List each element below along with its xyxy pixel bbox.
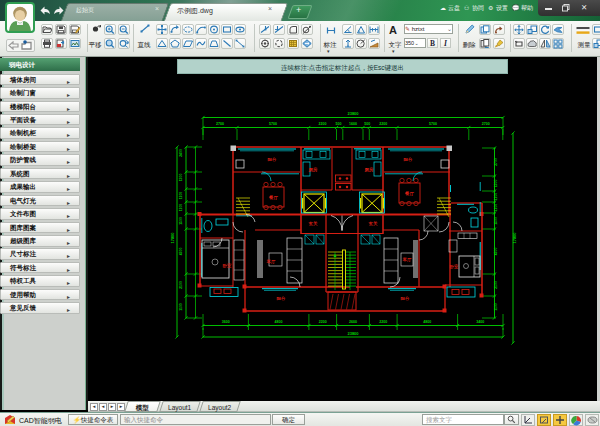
svg-text:17800: 17800 xyxy=(512,232,517,244)
svg-text:2200: 2200 xyxy=(379,320,387,324)
svg-text:5700: 5700 xyxy=(269,122,277,126)
svg-text:4500: 4500 xyxy=(494,248,498,256)
svg-text:1600: 1600 xyxy=(349,122,357,126)
svg-text:4800: 4800 xyxy=(423,320,431,324)
svg-text:500: 500 xyxy=(336,122,342,126)
svg-text:1100: 1100 xyxy=(179,204,183,211)
svg-text:17800: 17800 xyxy=(170,232,175,244)
svg-text:5700: 5700 xyxy=(429,122,437,126)
svg-text:餐厅: 餐厅 xyxy=(404,191,414,197)
svg-text:阳台: 阳台 xyxy=(401,296,410,301)
svg-text:2700: 2700 xyxy=(482,122,490,126)
svg-text:2100: 2100 xyxy=(494,281,498,289)
svg-text:2200: 2200 xyxy=(319,122,327,126)
svg-text:1500: 1500 xyxy=(179,217,183,225)
svg-text:3600: 3600 xyxy=(222,320,230,324)
svg-text:阳台: 阳台 xyxy=(404,157,413,162)
svg-text:餐厅: 餐厅 xyxy=(268,195,278,201)
svg-text:2700: 2700 xyxy=(216,122,224,126)
svg-text:2200: 2200 xyxy=(379,122,387,126)
svg-text:1500: 1500 xyxy=(494,180,498,188)
svg-text:2400: 2400 xyxy=(179,149,183,157)
svg-text:2100: 2100 xyxy=(179,281,183,289)
svg-text:1100: 1100 xyxy=(179,192,183,199)
svg-text:玄关: 玄关 xyxy=(308,221,318,226)
svg-text:23800: 23800 xyxy=(347,331,359,336)
svg-text:23800: 23800 xyxy=(347,111,359,116)
svg-text:2600: 2600 xyxy=(349,320,357,324)
svg-text:500: 500 xyxy=(364,122,370,126)
svg-text:1100: 1100 xyxy=(494,204,498,211)
svg-text:4500: 4500 xyxy=(179,248,183,256)
svg-text:2200: 2200 xyxy=(319,320,327,324)
svg-text:1500: 1500 xyxy=(494,217,498,225)
svg-text:厨房: 厨房 xyxy=(364,167,374,173)
svg-text:客厅: 客厅 xyxy=(402,257,412,263)
svg-text:客厅: 客厅 xyxy=(266,259,276,265)
svg-text:阳台: 阳台 xyxy=(268,157,277,162)
svg-text:1100: 1100 xyxy=(494,303,498,310)
svg-text:1300: 1300 xyxy=(179,174,183,182)
svg-text:1100: 1100 xyxy=(179,303,183,310)
svg-text:卧室: 卧室 xyxy=(223,263,232,268)
svg-text:1100: 1100 xyxy=(494,193,498,200)
svg-text:3400: 3400 xyxy=(476,320,484,324)
svg-text:4800: 4800 xyxy=(275,320,283,324)
svg-text:阳台: 阳台 xyxy=(277,296,286,301)
svg-text:卧室: 卧室 xyxy=(450,264,459,269)
svg-text:2700: 2700 xyxy=(494,158,498,166)
svg-text:玄关: 玄关 xyxy=(368,221,378,226)
svg-text:厨房: 厨房 xyxy=(308,167,318,173)
